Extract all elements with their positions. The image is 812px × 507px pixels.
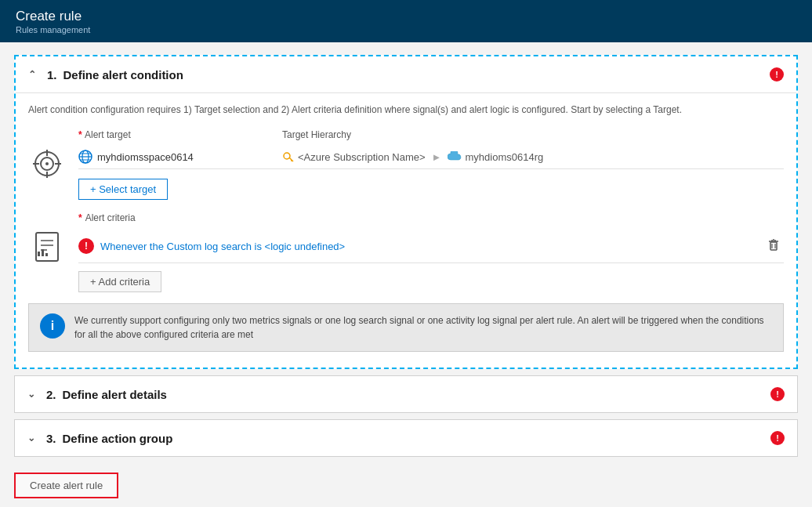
info-banner-text: We currently support configuring only tw… [74,313,772,342]
criteria-label: Alert criteria [85,212,136,223]
alert-target-label: Alert target [78,129,282,140]
main-content: ⌃ 1. Define alert condition ! Alert cond… [0,42,812,507]
criteria-label-row: * Alert criteria [78,212,784,223]
section-2-title-group: ⌄ 2. Define alert details [27,388,167,401]
section-1-title-group: ⌃ 1. Define alert condition [28,68,183,81]
hierarchy-rg-text: myhdioms0614rg [465,151,543,163]
criteria-link[interactable]: Whenever the Custom log search is <logic… [100,241,763,252]
target-data-row: myhdiomsspace0614 [78,145,784,169]
hierarchy-rg: myhdioms0614rg [448,151,543,163]
target-hierarchy-label: Target Hierarchy [282,129,351,140]
criteria-checklist-icon [31,230,63,264]
page-wrapper: Create rule Rules management ⌃ 1. Define… [0,0,812,507]
hierarchy-subscription: <Azure Subscription Name> [282,150,426,163]
section-2-number: 2. [46,388,56,401]
section-3-header[interactable]: ⌄ 3. Define action group ! [15,420,797,456]
trash-icon [767,237,781,252]
select-target-button[interactable]: + Select target [78,179,168,200]
chevron-down-icon-2: ⌄ [27,389,40,400]
section-3-title-group: ⌄ 3. Define action group [27,432,172,445]
criteria-delete-button[interactable] [763,236,784,256]
criteria-error-icon: ! [78,238,94,254]
info-banner: i We currently support configuring only … [28,303,784,352]
section-define-alert-condition: ⌃ 1. Define alert condition ! Alert cond… [14,55,798,369]
svg-rect-21 [45,253,48,256]
page-header: Create rule Rules management [0,0,812,42]
page-title: Create rule [16,9,796,24]
section-1-info-text: Alert condition configuration requires 1… [28,103,784,117]
target-crosshair-icon [31,148,63,179]
alert-target-block: Alert target Target Hierarchy [28,129,784,200]
target-name-text: myhdiomsspace0614 [97,151,194,163]
page-subtitle: Rules management [16,25,796,34]
svg-point-2 [45,162,49,165]
section-define-alert-details: ⌄ 2. Define alert details ! [14,375,798,413]
section-3-number: 3. [46,432,56,445]
section-1-body: Alert condition configuration requires 1… [16,92,796,368]
info-icon: i [40,313,65,339]
hierarchy-subscription-text: <Azure Subscription Name> [298,151,426,163]
chevron-down-icon-3: ⌄ [27,433,40,444]
svg-rect-20 [42,249,44,256]
target-column-headers: Alert target Target Hierarchy [78,129,784,140]
section-2-label: Define alert details [63,388,167,401]
chevron-up-icon: ⌃ [28,69,41,80]
section-1-error-badge: ! [770,67,784,81]
section-3-error-badge: ! [770,431,785,445]
hierarchy-separator: ► [432,151,442,163]
target-hierarchy-cell: <Azure Subscription Name> ► myhdioms0614… [282,150,543,163]
add-criteria-button[interactable]: + Add criteria [78,271,161,292]
svg-rect-15 [36,233,58,261]
section-2-error-badge: ! [770,387,785,401]
section-define-action-group: ⌄ 3. Define action group ! [14,419,798,457]
subscription-key-icon [282,150,295,163]
criteria-required-star: * [78,212,82,223]
criteria-fields: * Alert criteria ! Whenever the Custom l… [78,212,784,292]
section-1-number: 1. [47,68,57,81]
resource-group-icon [448,151,462,162]
section-3-label: Define action group [63,432,173,445]
section-1-header[interactable]: ⌃ 1. Define alert condition ! [16,56,796,92]
svg-rect-19 [38,252,40,256]
target-fields: Alert target Target Hierarchy [78,129,784,200]
target-icon-wrapper [28,145,66,183]
section-2-header[interactable]: ⌄ 2. Define alert details ! [15,376,797,412]
target-type-icon [78,150,92,164]
svg-rect-22 [770,242,777,250]
section-1-label: Define alert condition [63,68,183,81]
criteria-icon-wrapper [28,228,66,266]
criteria-data-row: ! Whenever the Custom log search is <log… [78,230,784,263]
alert-criteria-block: * Alert criteria ! Whenever the Custom l… [28,212,784,292]
create-alert-rule-button[interactable]: Create alert rule [14,473,118,498]
target-name-cell: myhdiomsspace0614 [78,150,282,164]
